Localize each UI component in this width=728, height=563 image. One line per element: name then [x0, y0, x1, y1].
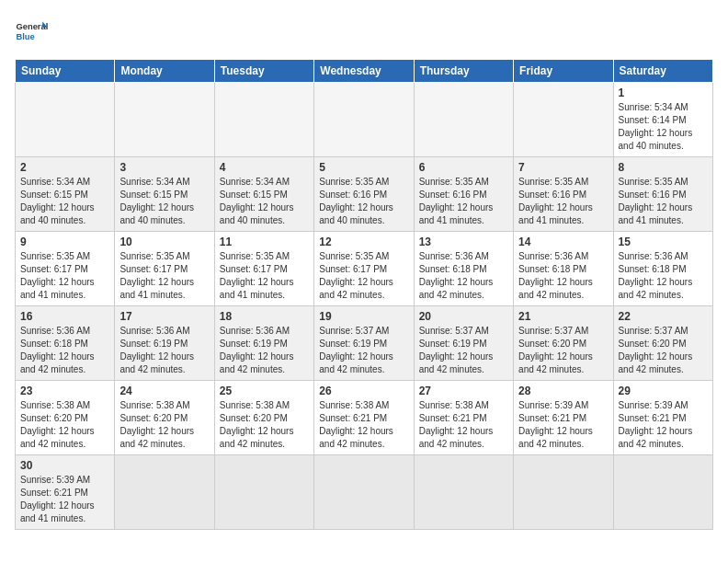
day-number: 8 — [619, 161, 708, 174]
calendar-cell: 15Sunrise: 5:36 AM Sunset: 6:18 PM Dayli… — [613, 232, 712, 306]
day-info: Sunrise: 5:37 AM Sunset: 6:20 PM Dayligh… — [518, 325, 608, 376]
calendar-cell — [314, 455, 414, 530]
day-number: 17 — [119, 310, 209, 323]
day-info: Sunrise: 5:37 AM Sunset: 6:19 PM Dayligh… — [319, 325, 408, 376]
calendar-cell: 3Sunrise: 5:34 AM Sunset: 6:15 PM Daylig… — [115, 157, 214, 232]
day-info: Sunrise: 5:38 AM Sunset: 6:20 PM Dayligh… — [20, 399, 109, 451]
day-info: Sunrise: 5:34 AM Sunset: 6:15 PM Dayligh… — [20, 176, 109, 227]
calendar-cell — [514, 83, 613, 157]
day-number: 30 — [20, 459, 109, 472]
day-info: Sunrise: 5:38 AM Sunset: 6:20 PM Dayligh… — [220, 399, 309, 451]
logo: General Blue — [15, 15, 53, 48]
calendar-cell — [514, 455, 613, 530]
calendar-week-row: 30Sunrise: 5:39 AM Sunset: 6:21 PM Dayli… — [16, 455, 713, 530]
day-number: 3 — [119, 161, 209, 174]
calendar-header-friday: Friday — [514, 60, 613, 83]
day-info: Sunrise: 5:36 AM Sunset: 6:18 PM Dayligh… — [20, 325, 109, 376]
day-number: 6 — [419, 161, 508, 174]
day-info: Sunrise: 5:35 AM Sunset: 6:16 PM Dayligh… — [419, 176, 508, 227]
calendar-cell: 23Sunrise: 5:38 AM Sunset: 6:20 PM Dayli… — [16, 381, 115, 455]
calendar-cell: 6Sunrise: 5:35 AM Sunset: 6:16 PM Daylig… — [414, 157, 513, 232]
day-info: Sunrise: 5:35 AM Sunset: 6:17 PM Dayligh… — [20, 250, 109, 302]
day-number: 4 — [220, 161, 309, 174]
calendar-cell — [414, 83, 513, 157]
day-info: Sunrise: 5:34 AM Sunset: 6:15 PM Dayligh… — [220, 176, 309, 227]
calendar-week-row: 9Sunrise: 5:35 AM Sunset: 6:17 PM Daylig… — [16, 232, 713, 306]
day-number: 22 — [619, 310, 708, 323]
calendar-cell: 4Sunrise: 5:34 AM Sunset: 6:15 PM Daylig… — [214, 157, 313, 232]
calendar-week-row: 23Sunrise: 5:38 AM Sunset: 6:20 PM Dayli… — [16, 381, 713, 455]
day-number: 7 — [518, 161, 608, 174]
day-info: Sunrise: 5:34 AM Sunset: 6:14 PM Dayligh… — [619, 101, 708, 153]
calendar-header-sunday: Sunday — [16, 60, 115, 83]
calendar-cell: 8Sunrise: 5:35 AM Sunset: 6:16 PM Daylig… — [613, 157, 712, 232]
calendar-cell: 26Sunrise: 5:38 AM Sunset: 6:21 PM Dayli… — [314, 381, 414, 455]
day-info: Sunrise: 5:39 AM Sunset: 6:21 PM Dayligh… — [518, 399, 608, 451]
calendar-header-saturday: Saturday — [613, 60, 712, 83]
calendar-cell: 19Sunrise: 5:37 AM Sunset: 6:19 PM Dayli… — [314, 306, 414, 381]
calendar-cell — [613, 455, 712, 530]
day-number: 1 — [619, 86, 708, 99]
calendar-header-tuesday: Tuesday — [214, 60, 313, 83]
day-info: Sunrise: 5:35 AM Sunset: 6:16 PM Dayligh… — [518, 176, 608, 227]
day-info: Sunrise: 5:35 AM Sunset: 6:17 PM Dayligh… — [220, 250, 309, 302]
day-number: 13 — [419, 236, 508, 248]
day-number: 18 — [220, 310, 309, 323]
calendar-cell: 30Sunrise: 5:39 AM Sunset: 6:21 PM Dayli… — [16, 455, 115, 530]
day-number: 11 — [220, 236, 309, 248]
calendar-week-row: 2Sunrise: 5:34 AM Sunset: 6:15 PM Daylig… — [16, 157, 713, 232]
day-number: 9 — [20, 236, 109, 248]
day-info: Sunrise: 5:36 AM Sunset: 6:19 PM Dayligh… — [119, 325, 209, 376]
day-info: Sunrise: 5:36 AM Sunset: 6:19 PM Dayligh… — [220, 325, 309, 376]
day-info: Sunrise: 5:36 AM Sunset: 6:18 PM Dayligh… — [518, 250, 608, 302]
day-number: 21 — [518, 310, 608, 323]
day-info: Sunrise: 5:37 AM Sunset: 6:19 PM Dayligh… — [419, 325, 508, 376]
day-number: 15 — [619, 236, 708, 248]
calendar-cell: 5Sunrise: 5:35 AM Sunset: 6:16 PM Daylig… — [314, 157, 414, 232]
calendar-cell: 20Sunrise: 5:37 AM Sunset: 6:19 PM Dayli… — [414, 306, 513, 381]
day-info: Sunrise: 5:37 AM Sunset: 6:20 PM Dayligh… — [619, 325, 708, 376]
calendar-cell — [214, 455, 313, 530]
calendar-cell — [115, 83, 214, 157]
day-info: Sunrise: 5:35 AM Sunset: 6:17 PM Dayligh… — [319, 250, 408, 302]
svg-text:Blue: Blue — [16, 32, 34, 41]
day-info: Sunrise: 5:39 AM Sunset: 6:21 PM Dayligh… — [619, 399, 708, 451]
day-number: 5 — [319, 161, 408, 174]
calendar-cell: 7Sunrise: 5:35 AM Sunset: 6:16 PM Daylig… — [514, 157, 613, 232]
calendar-header-row: SundayMondayTuesdayWednesdayThursdayFrid… — [16, 60, 713, 83]
day-number: 20 — [419, 310, 508, 323]
calendar-cell: 28Sunrise: 5:39 AM Sunset: 6:21 PM Dayli… — [514, 381, 613, 455]
day-info: Sunrise: 5:34 AM Sunset: 6:15 PM Dayligh… — [119, 176, 209, 227]
calendar-cell: 2Sunrise: 5:34 AM Sunset: 6:15 PM Daylig… — [16, 157, 115, 232]
day-number: 29 — [619, 385, 708, 397]
day-info: Sunrise: 5:35 AM Sunset: 6:17 PM Dayligh… — [119, 250, 209, 302]
calendar-cell: 24Sunrise: 5:38 AM Sunset: 6:20 PM Dayli… — [115, 381, 214, 455]
generalblue-logo-icon: General Blue — [15, 15, 48, 48]
calendar-header-monday: Monday — [115, 60, 214, 83]
calendar-cell: 12Sunrise: 5:35 AM Sunset: 6:17 PM Dayli… — [314, 232, 414, 306]
calendar-cell: 27Sunrise: 5:38 AM Sunset: 6:21 PM Dayli… — [414, 381, 513, 455]
day-info: Sunrise: 5:35 AM Sunset: 6:16 PM Dayligh… — [319, 176, 408, 227]
day-info: Sunrise: 5:36 AM Sunset: 6:18 PM Dayligh… — [419, 250, 508, 302]
day-number: 23 — [20, 385, 109, 397]
day-info: Sunrise: 5:39 AM Sunset: 6:21 PM Dayligh… — [20, 474, 109, 525]
calendar-cell: 22Sunrise: 5:37 AM Sunset: 6:20 PM Dayli… — [613, 306, 712, 381]
calendar-week-row: 1Sunrise: 5:34 AM Sunset: 6:14 PM Daylig… — [16, 83, 713, 157]
day-info: Sunrise: 5:38 AM Sunset: 6:21 PM Dayligh… — [319, 399, 408, 451]
calendar-cell: 16Sunrise: 5:36 AM Sunset: 6:18 PM Dayli… — [16, 306, 115, 381]
calendar-cell: 13Sunrise: 5:36 AM Sunset: 6:18 PM Dayli… — [414, 232, 513, 306]
day-number: 26 — [319, 385, 408, 397]
calendar-cell — [16, 83, 115, 157]
calendar-cell: 9Sunrise: 5:35 AM Sunset: 6:17 PM Daylig… — [16, 232, 115, 306]
day-number: 14 — [518, 236, 608, 248]
day-info: Sunrise: 5:36 AM Sunset: 6:18 PM Dayligh… — [619, 250, 708, 302]
day-number: 12 — [319, 236, 408, 248]
calendar-cell: 25Sunrise: 5:38 AM Sunset: 6:20 PM Dayli… — [214, 381, 313, 455]
day-number: 19 — [319, 310, 408, 323]
calendar-cell: 29Sunrise: 5:39 AM Sunset: 6:21 PM Dayli… — [613, 381, 712, 455]
day-number: 25 — [220, 385, 309, 397]
calendar-cell — [414, 455, 513, 530]
calendar-cell — [214, 83, 313, 157]
calendar-cell — [314, 83, 414, 157]
header: General Blue — [15, 15, 713, 48]
